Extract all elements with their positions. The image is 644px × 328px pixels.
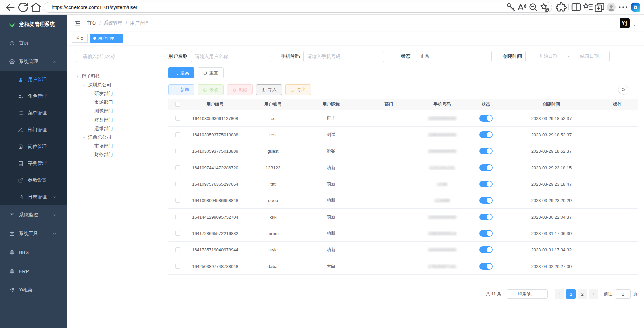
org-chart-icon bbox=[18, 127, 23, 133]
date-start-placeholder[interactable]: 开始日期 bbox=[532, 53, 565, 59]
sidebar-item-日志管理[interactable]: 日志管理 bbox=[0, 189, 67, 205]
bing-copilot-icon[interactable]: b bbox=[631, 3, 640, 12]
avatar-caret-icon[interactable] bbox=[633, 24, 636, 27]
tree-node-橙子科技[interactable]: ▾橙子科技 bbox=[72, 72, 163, 81]
favorites-bar-icon[interactable] bbox=[582, 2, 594, 13]
department-search-input[interactable] bbox=[76, 51, 162, 62]
sidebar-item-系统工具[interactable]: 系统工具 bbox=[0, 224, 67, 243]
sidebar-item-菜单管理[interactable]: 菜单管理 bbox=[0, 105, 67, 122]
browser-back-icon[interactable] bbox=[4, 2, 17, 13]
prev-page-button[interactable] bbox=[555, 289, 564, 299]
tree-node-市场部门[interactable]: 市场部门 bbox=[72, 142, 163, 150]
row-checkbox[interactable] bbox=[175, 264, 180, 269]
sidebar-item-岗位管理[interactable]: 岗位管理 bbox=[0, 138, 67, 155]
browser-home-icon[interactable] bbox=[30, 2, 42, 13]
status-select[interactable]: 正常 bbox=[416, 51, 492, 62]
search-button[interactable]: 搜索 bbox=[168, 67, 194, 78]
status-toggle[interactable] bbox=[479, 148, 493, 154]
row-checkbox[interactable] bbox=[175, 247, 180, 252]
修改-button[interactable]: 修改 bbox=[198, 84, 224, 95]
read-aloud-icon[interactable] bbox=[516, 2, 528, 13]
password-key-icon[interactable] bbox=[505, 2, 516, 13]
新增-button[interactable]: 新增 bbox=[168, 84, 194, 95]
phone-input[interactable] bbox=[303, 51, 384, 62]
extensions-icon[interactable] bbox=[555, 2, 567, 13]
status-toggle[interactable] bbox=[479, 164, 493, 171]
status-toggle[interactable] bbox=[479, 214, 493, 220]
breadcrumb-item[interactable]: 系统管理 bbox=[104, 20, 122, 26]
tree-node-市场部门[interactable]: 市场部门 bbox=[72, 98, 163, 107]
reset-button[interactable]: 重置 bbox=[198, 67, 224, 78]
tab-用户管理[interactable]: 用户管理 bbox=[90, 34, 123, 43]
page-button-2[interactable]: 2 bbox=[578, 289, 587, 299]
date-end-placeholder[interactable]: 结束日期 bbox=[573, 53, 606, 59]
username-field[interactable] bbox=[195, 54, 267, 59]
close-icon[interactable] bbox=[116, 37, 119, 40]
sidebar-item-ERP[interactable]: ERP bbox=[0, 262, 67, 281]
sidebar-item-参数设置[interactable]: 参数设置 bbox=[0, 172, 67, 189]
删除-button[interactable]: 删除 bbox=[227, 84, 253, 95]
menu-fold-icon[interactable] bbox=[75, 20, 81, 27]
status-toggle[interactable] bbox=[479, 181, 493, 187]
status-toggle[interactable] bbox=[479, 131, 493, 138]
select-all-checkbox[interactable] bbox=[175, 102, 180, 107]
sidebar-item-字典管理[interactable]: 字典管理 bbox=[0, 155, 67, 172]
row-checkbox[interactable] bbox=[175, 215, 180, 219]
phone-field[interactable] bbox=[307, 54, 380, 59]
collections-icon[interactable] bbox=[594, 2, 605, 13]
sidebar-item-角色管理[interactable]: 角色管理 bbox=[0, 88, 67, 105]
split-screen-icon[interactable] bbox=[570, 2, 582, 13]
date-range-picker[interactable]: 开始日期 - 结束日期 bbox=[525, 51, 610, 62]
sidebar-item-首页[interactable]: 首页 bbox=[0, 34, 67, 52]
tree-node-运维部门[interactable]: 运维部门 bbox=[72, 124, 163, 133]
url-text[interactable]: https://ccnetcore.com:1101/system/user bbox=[52, 5, 505, 10]
browser-refresh-icon[interactable] bbox=[17, 2, 30, 13]
row-checkbox[interactable] bbox=[175, 165, 180, 170]
导出-button[interactable]: 导出 bbox=[285, 84, 311, 95]
row-checkbox[interactable] bbox=[175, 198, 180, 203]
row-checkbox[interactable] bbox=[175, 116, 180, 121]
sidebar-item-BBS[interactable]: BBS bbox=[0, 243, 67, 262]
status-toggle[interactable] bbox=[479, 263, 493, 270]
row-checkbox[interactable] bbox=[175, 182, 180, 186]
status-toggle[interactable] bbox=[479, 115, 493, 122]
next-page-button[interactable] bbox=[589, 289, 598, 299]
sidebar-item-系统监控[interactable]: 系统监控 bbox=[0, 205, 67, 224]
导入-button[interactable]: 导入 bbox=[256, 84, 282, 95]
breadcrumb-item[interactable]: 用户管理 bbox=[130, 20, 149, 26]
sidebar-item-系统管理[interactable]: 系统管理 bbox=[0, 52, 67, 71]
tree-caret-icon[interactable]: ▾ bbox=[76, 75, 80, 78]
browser-profile-avatar[interactable] bbox=[605, 2, 617, 13]
department-search-field[interactable] bbox=[83, 54, 158, 59]
tab-首页[interactable]: 首页 bbox=[72, 34, 88, 43]
sidebar-item-部门管理[interactable]: 部门管理 bbox=[0, 122, 67, 138]
breadcrumb-item[interactable]: 首页 bbox=[87, 20, 96, 26]
username-input[interactable] bbox=[191, 51, 271, 62]
page-button-1[interactable]: 1 bbox=[566, 289, 576, 299]
status-toggle[interactable] bbox=[479, 246, 493, 253]
tree-node-测试部门[interactable]: 测试部门 bbox=[72, 107, 163, 115]
zoom-out-icon[interactable] bbox=[528, 2, 539, 13]
tree-node-研发部门[interactable]: 研发部门 bbox=[72, 89, 163, 98]
show-search-button[interactable] bbox=[618, 85, 628, 95]
sidebar-item-Yi框架[interactable]: Yi框架 bbox=[0, 281, 67, 299]
user-avatar[interactable]: Yj bbox=[620, 18, 630, 28]
tree-caret-icon[interactable]: ▾ bbox=[82, 136, 86, 139]
sidebar-item-用户管理[interactable]: 用户管理 bbox=[0, 71, 67, 88]
row-checkbox[interactable] bbox=[175, 231, 180, 236]
add-favorite-icon[interactable] bbox=[539, 2, 550, 13]
row-checkbox[interactable] bbox=[175, 132, 180, 137]
browser-menu-icon[interactable] bbox=[617, 2, 629, 13]
tree-node-深圳总公司[interactable]: ▾深圳总公司 bbox=[72, 81, 163, 89]
tree-caret-icon[interactable]: ▾ bbox=[82, 83, 86, 87]
tree-node-label: 深圳总公司 bbox=[88, 82, 111, 88]
status-toggle[interactable] bbox=[479, 197, 493, 204]
status-toggle[interactable] bbox=[479, 230, 493, 237]
jump-page-input[interactable] bbox=[615, 289, 631, 299]
tree-node-江西总公司[interactable]: ▾江西总公司 bbox=[72, 133, 163, 142]
address-bar[interactable]: https://ccnetcore.com:1101/system/user bbox=[44, 2, 552, 13]
row-checkbox[interactable] bbox=[175, 149, 180, 153]
tree-node-财务部门[interactable]: 财务部门 bbox=[72, 150, 163, 159]
tree-node-财务部门[interactable]: 财务部门 bbox=[72, 115, 163, 124]
page-size-select[interactable]: 10条/页 bbox=[507, 289, 548, 299]
